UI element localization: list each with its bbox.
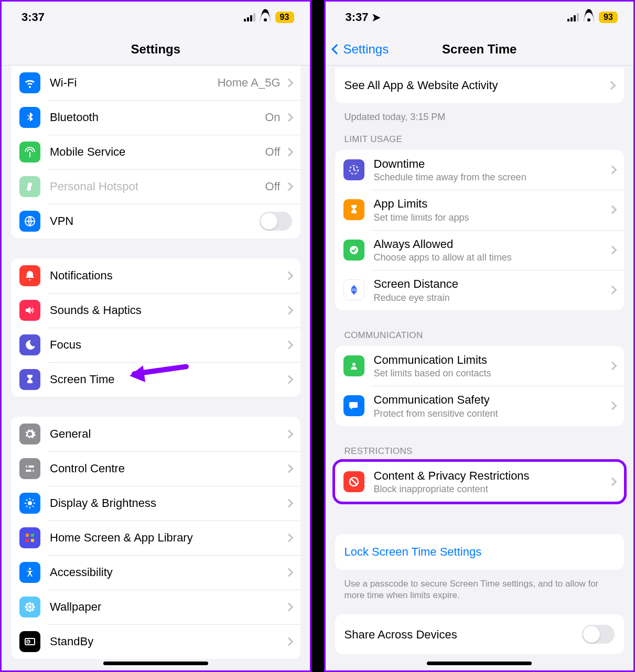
svg-rect-17 xyxy=(31,539,34,542)
communication-header: COMMUNICATION xyxy=(326,330,634,346)
communication-group: Communication Limits Set limits based on… xyxy=(335,346,625,426)
no-entry-icon xyxy=(343,471,364,492)
control-centre-row[interactable]: Control Centre xyxy=(11,451,300,486)
display-label: Display & Brightness xyxy=(50,496,286,511)
always-sub: Choose apps to allow at all times xyxy=(374,252,610,263)
battery-indicator: 93 xyxy=(275,12,294,23)
bluetooth-row[interactable]: Bluetooth On xyxy=(11,100,300,135)
app-limits-label: App Limits xyxy=(374,197,610,211)
downtime-icon xyxy=(343,159,364,180)
clock-text: 3:37 xyxy=(21,10,45,24)
hourglass-icon xyxy=(19,369,40,390)
general-row[interactable]: General xyxy=(11,417,300,451)
chevron-right-icon xyxy=(284,637,293,646)
distance-icon xyxy=(343,279,364,300)
chevron-right-icon xyxy=(284,534,293,543)
switches-icon xyxy=(19,458,40,479)
settings-phone: 3:37 93 Settings Wi-Fi Home A_5G xyxy=(0,0,311,672)
bluetooth-icon xyxy=(19,107,40,128)
content-restrictions-row[interactable]: Content & Privacy Restrictions Block ina… xyxy=(335,462,625,502)
location-icon: ➤ xyxy=(372,11,381,24)
wifi-label: Wi-Fi xyxy=(50,75,218,90)
chevron-left-icon xyxy=(331,44,342,55)
svg-point-27 xyxy=(31,609,34,611)
wifi-app-icon xyxy=(19,72,40,93)
status-indicators: 93 xyxy=(567,12,618,23)
share-group: Share Across Devices xyxy=(335,614,625,654)
homescreen-label: Home Screen & App Library xyxy=(50,530,286,545)
app-limits-row[interactable]: App Limits Set time limits for apps xyxy=(335,190,625,230)
downtime-row[interactable]: Downtime Schedule time away from the scr… xyxy=(335,150,625,190)
display-row[interactable]: Display & Brightness xyxy=(11,486,300,521)
status-time: 3:37 xyxy=(21,10,45,24)
chevron-right-icon xyxy=(284,113,293,122)
chevron-right-icon xyxy=(284,306,293,315)
screen-distance-row[interactable]: Screen Distance Reduce eye strain xyxy=(335,270,625,310)
see-activity-label: See All App & Website Activity xyxy=(345,78,609,93)
chevron-right-icon xyxy=(284,182,293,191)
svg-point-5 xyxy=(28,501,32,505)
accessibility-label: Accessibility xyxy=(50,565,286,580)
chevron-right-icon xyxy=(284,272,293,280)
standby-label: StandBy xyxy=(50,634,286,649)
svg-point-24 xyxy=(26,603,29,606)
grid-icon xyxy=(19,527,40,548)
standby-row[interactable]: StandBy xyxy=(11,624,300,659)
comm-limits-sub: Set limits based on contacts xyxy=(374,368,610,379)
comm-limits-row[interactable]: Communication Limits Set limits based on… xyxy=(335,346,625,386)
status-indicators: 93 xyxy=(244,12,294,23)
activity-group: See All App & Website Activity xyxy=(335,68,625,103)
svg-point-21 xyxy=(29,610,31,612)
nav-header: Settings Screen Time xyxy=(326,33,634,66)
accessibility-row[interactable]: Accessibility xyxy=(11,555,300,590)
screen-time-scroll[interactable]: See All App & Website Activity Updated t… xyxy=(326,66,634,670)
lock-label: Lock Screen Time Settings xyxy=(345,545,615,559)
notifications-row[interactable]: Notifications xyxy=(11,258,300,293)
page-title: Screen Time xyxy=(442,42,516,57)
focus-row[interactable]: Focus xyxy=(11,328,300,362)
see-activity-row[interactable]: See All App & Website Activity xyxy=(335,68,625,103)
svg-point-20 xyxy=(29,602,31,605)
clock-icon xyxy=(19,631,40,652)
svg-point-19 xyxy=(28,605,31,609)
chevron-right-icon xyxy=(608,402,617,410)
chevron-right-icon xyxy=(607,81,616,90)
chevron-right-icon xyxy=(284,375,293,384)
comm-safety-row[interactable]: ! Communication Safety Protect from sens… xyxy=(335,386,625,426)
share-toggle[interactable] xyxy=(582,625,615,644)
always-allowed-row[interactable]: Always Allowed Choose apps to allow at a… xyxy=(335,230,625,270)
vpn-toggle[interactable] xyxy=(260,212,292,231)
back-button[interactable]: Settings xyxy=(333,42,389,57)
antenna-icon xyxy=(19,142,40,162)
wallpaper-row[interactable]: Wallpaper xyxy=(11,590,300,624)
chevron-right-icon xyxy=(284,568,293,577)
page-title: Settings xyxy=(131,42,180,57)
restrictions-header: RESTRICTIONS xyxy=(326,446,634,462)
svg-line-38 xyxy=(351,479,357,484)
vpn-row[interactable]: VPN xyxy=(11,204,300,239)
homescreen-row[interactable]: Home Screen & App Library xyxy=(11,521,300,555)
mobile-label: Mobile Service xyxy=(50,145,265,159)
distance-sub: Reduce eye strain xyxy=(374,292,610,304)
svg-rect-15 xyxy=(31,534,34,537)
share-devices-row[interactable]: Share Across Devices xyxy=(335,614,625,654)
sounds-row[interactable]: Sounds & Haptics xyxy=(11,293,300,328)
hotspot-row[interactable]: Personal Hotspot Off xyxy=(11,169,300,204)
flower-icon xyxy=(19,597,40,617)
mobile-service-row[interactable]: Mobile Service Off xyxy=(11,135,300,169)
svg-line-11 xyxy=(33,506,34,507)
svg-point-25 xyxy=(31,603,34,606)
nav-header: Settings xyxy=(2,33,310,66)
chevron-right-icon xyxy=(608,477,617,486)
lock-settings-row[interactable]: Lock Screen Time Settings xyxy=(335,534,625,570)
restrictions-group: Content & Privacy Restrictions Block ina… xyxy=(335,462,625,502)
settings-scroll[interactable]: Wi-Fi Home A_5G Bluetooth On Mobile Serv… xyxy=(2,66,310,670)
screen-time-row[interactable]: Screen Time xyxy=(11,362,300,397)
chevron-right-icon xyxy=(608,245,617,254)
downtime-label: Downtime xyxy=(374,157,610,171)
status-time: 3:37 ➤ xyxy=(346,10,381,24)
cellular-signal-icon xyxy=(244,13,255,21)
wifi-row[interactable]: Wi-Fi Home A_5G xyxy=(11,66,300,100)
hotspot-icon xyxy=(19,176,40,197)
mobile-value: Off xyxy=(265,145,281,159)
